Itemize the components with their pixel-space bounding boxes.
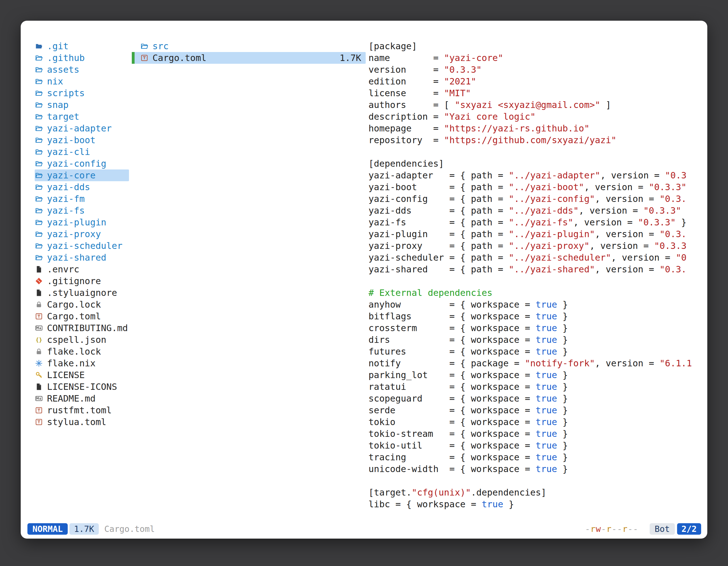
folder-icon (35, 171, 45, 180)
preview-line: description = "Yazi core logic" (368, 111, 693, 123)
preview-line: [target."cfg(unix)".dependencies] (368, 487, 693, 498)
file-entry[interactable]: stylua.toml (35, 416, 129, 428)
dir-entry[interactable]: yazi-config (35, 158, 129, 170)
dir-entry[interactable]: yazi-boot (35, 134, 129, 146)
preview-line: yazi-config = { path = "../yazi-config",… (368, 193, 693, 205)
file-entry[interactable]: Cargo.lock (35, 299, 129, 310)
dir-entry[interactable]: yazi-scheduler (35, 240, 129, 252)
dir-entry[interactable]: yazi-shared (35, 252, 129, 264)
entry-name: yazi-adapter (47, 123, 112, 134)
parent-directory-pane[interactable]: .git.githubassetsnixscriptssnaptargetyaz… (35, 40, 129, 521)
file-entry[interactable]: .gitignore (35, 275, 129, 287)
dir-entry[interactable]: snap (35, 99, 129, 111)
lock-icon (35, 300, 45, 309)
dir-entry[interactable]: src (132, 40, 366, 52)
preview-line: authors = [ "sxyazi <sxyazi@gmail.com>" … (368, 99, 693, 111)
entry-name: yazi-proxy (47, 228, 101, 240)
entry-name: rustfmt.toml (47, 404, 112, 416)
folder-icon (35, 183, 45, 191)
folder-icon (35, 124, 45, 133)
status-bar-right: -rw-r--r-- Bot 2/2 (585, 523, 701, 535)
entry-name: flake.lock (47, 346, 101, 357)
preview-line: dirs = { workspace = true } (368, 334, 693, 346)
dir-entry[interactable]: assets (35, 64, 129, 76)
file-entry[interactable]: .styluaignore (35, 287, 129, 299)
entry-size: 1.7K (340, 52, 366, 64)
file-icon (35, 288, 45, 297)
dir-entry[interactable]: .git (35, 40, 129, 52)
lock-icon (35, 347, 45, 356)
file-counter-badge: 2/2 (677, 523, 701, 535)
preview-line: scopeguard = { workspace = true } (368, 393, 693, 404)
preview-line: [package] (368, 40, 693, 52)
file-permissions: -rw-r--r-- (585, 524, 638, 534)
file-entry[interactable]: .envrc (35, 264, 129, 275)
file-preview-pane[interactable]: [package]name = "yazi-core"version = "0.… (368, 40, 693, 521)
entry-name: .gitignore (47, 275, 101, 287)
dir-entry[interactable]: yazi-fm (35, 193, 129, 205)
preview-line (368, 475, 693, 487)
file-entry[interactable]: flake.nix (35, 357, 129, 369)
entry-name: LICENSE-ICONS (47, 381, 117, 393)
entry-name: yazi-dds (47, 181, 90, 193)
status-filename: Cargo.toml (104, 524, 155, 534)
entry-name: nix (47, 76, 63, 87)
preview-line: tokio = { workspace = true } (368, 416, 693, 428)
preview-line: version = "0.3.3" (368, 64, 693, 76)
file-entry[interactable]: Cargo.toml1.7K (132, 52, 366, 64)
folder-icon (35, 230, 45, 238)
file-entry[interactable]: LICENSE (35, 369, 129, 381)
key-icon (35, 371, 45, 379)
folder-icon (35, 89, 45, 97)
git-icon (35, 277, 45, 285)
folder-icon (35, 242, 45, 250)
entry-name: README.md (47, 393, 95, 404)
toml-icon (140, 54, 151, 62)
dir-entry[interactable]: .github (35, 52, 129, 64)
entry-name: snap (47, 99, 69, 111)
entry-name: .git (47, 40, 69, 52)
current-directory-pane[interactable]: srcCargo.toml1.7K (132, 40, 366, 521)
file-entry[interactable]: Cargo.toml (35, 310, 129, 322)
preview-line: notify = { package = "notify-fork", vers… (368, 357, 693, 369)
preview-line: tokio-util = { workspace = true } (368, 440, 693, 451)
markdown-icon (35, 394, 45, 403)
preview-line: yazi-plugin = { path = "../yazi-plugin",… (368, 228, 693, 240)
dir-entry[interactable]: yazi-fs (35, 205, 129, 217)
preview-line: tracing = { workspace = true } (368, 451, 693, 463)
preview-line: yazi-shared = { path = "../yazi-shared",… (368, 264, 693, 275)
dir-entry[interactable]: yazi-core (35, 170, 129, 181)
json-icon: {} (35, 335, 45, 344)
preview-line: [dependencies] (368, 158, 693, 170)
file-entry[interactable]: CONTRIBUTING.md (35, 322, 129, 334)
preview-line: libc = { workspace = true } (368, 498, 693, 510)
entry-name: flake.nix (47, 357, 95, 369)
file-entry[interactable]: flake.lock (35, 346, 129, 357)
dir-entry[interactable]: yazi-proxy (35, 228, 129, 240)
dir-entry[interactable]: yazi-adapter (35, 123, 129, 134)
file-entry[interactable]: LICENSE-ICONS (35, 381, 129, 393)
entry-name: CONTRIBUTING.md (47, 322, 128, 334)
dir-entry[interactable]: scripts (35, 87, 129, 99)
folder-icon (140, 42, 151, 50)
dir-entry[interactable]: nix (35, 76, 129, 87)
preview-line: ratatui = { workspace = true } (368, 381, 693, 393)
preview-line: bitflags = { workspace = true } (368, 310, 693, 322)
entry-name: stylua.toml (47, 416, 106, 428)
entry-name: yazi-shared (47, 252, 106, 264)
preview-line: serde = { workspace = true } (368, 404, 693, 416)
folder-icon (35, 65, 45, 74)
file-entry[interactable]: {}cspell.json (35, 334, 129, 346)
file-entry[interactable]: README.md (35, 393, 129, 404)
git-folder-icon (35, 42, 45, 50)
dir-entry[interactable]: yazi-plugin (35, 217, 129, 228)
entry-name: Cargo.toml (152, 52, 206, 64)
dir-entry[interactable]: yazi-dds (35, 181, 129, 193)
entry-name: Cargo.lock (47, 299, 101, 310)
folder-icon (35, 254, 45, 262)
dir-entry[interactable]: target (35, 111, 129, 123)
file-entry[interactable]: rustfmt.toml (35, 404, 129, 416)
dir-entry[interactable]: yazi-cli (35, 146, 129, 158)
scroll-position-badge: Bot (650, 523, 675, 535)
folder-icon (35, 195, 45, 203)
